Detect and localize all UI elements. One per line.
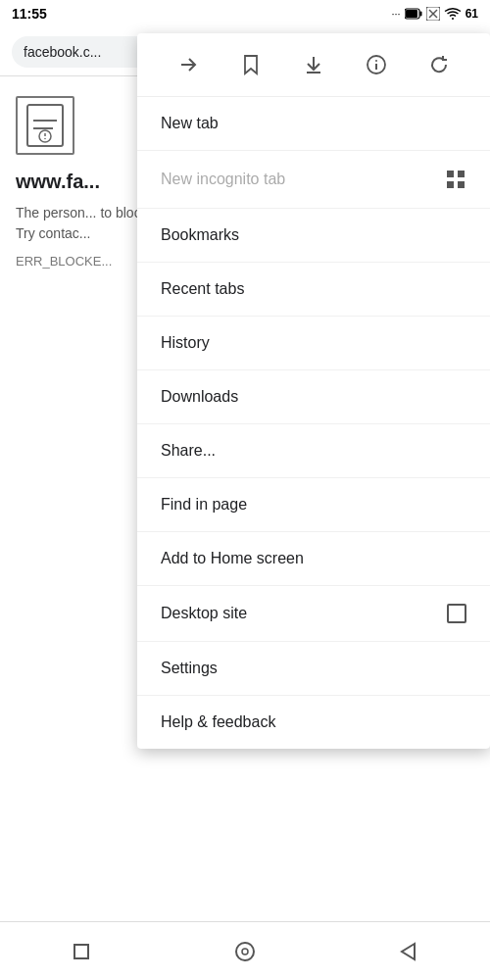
bookmark-button[interactable] <box>233 47 269 82</box>
menu-items-container: New tabNew incognito tab BookmarksRecent… <box>137 97 490 749</box>
refresh-button[interactable] <box>421 47 457 82</box>
download-button[interactable] <box>296 47 331 82</box>
menu-item-find-in-page[interactable]: Find in page <box>137 478 490 532</box>
dropdown-menu: New tabNew incognito tab BookmarksRecent… <box>137 33 490 749</box>
svg-rect-19 <box>447 171 454 177</box>
menu-item-label-new-incognito-tab: New incognito tab <box>161 171 285 188</box>
svg-rect-21 <box>447 181 454 188</box>
menu-item-bookmarks[interactable]: Bookmarks <box>137 209 490 263</box>
menu-toolbar <box>137 33 490 97</box>
svg-rect-20 <box>458 171 465 177</box>
menu-item-label-history: History <box>161 334 210 352</box>
menu-item-label-settings: Settings <box>161 660 218 677</box>
svg-rect-22 <box>458 181 465 188</box>
menu-item-label-add-to-home-screen: Add to Home screen <box>161 550 304 567</box>
menu-item-label-downloads: Downloads <box>161 388 238 406</box>
menu-item-recent-tabs[interactable]: Recent tabs <box>137 263 490 317</box>
menu-item-label-share: Share... <box>161 442 216 460</box>
menu-item-label-new-tab: New tab <box>161 115 219 132</box>
menu-item-label-help-feedback: Help & feedback <box>161 713 275 731</box>
menu-item-share[interactable]: Share... <box>137 424 490 478</box>
svg-marker-13 <box>245 56 257 74</box>
menu-item-help-feedback[interactable]: Help & feedback <box>137 696 490 749</box>
menu-item-settings[interactable]: Settings <box>137 642 490 696</box>
info-button[interactable] <box>359 47 394 82</box>
desktop-site-checkbox[interactable] <box>447 604 466 623</box>
menu-item-history[interactable]: History <box>137 317 490 370</box>
menu-item-add-to-home-screen[interactable]: Add to Home screen <box>137 532 490 586</box>
grid-icon <box>445 169 466 190</box>
forward-button[interactable] <box>171 47 206 82</box>
menu-item-new-incognito-tab[interactable]: New incognito tab <box>137 151 490 209</box>
menu-item-label-bookmarks: Bookmarks <box>161 226 239 244</box>
menu-item-downloads[interactable]: Downloads <box>137 370 490 424</box>
menu-item-label-find-in-page: Find in page <box>161 496 247 514</box>
menu-item-desktop-site[interactable]: Desktop site <box>137 586 490 642</box>
menu-item-label-desktop-site: Desktop site <box>161 605 247 622</box>
dropdown-overlay[interactable]: New tabNew incognito tab BookmarksRecent… <box>0 0 490 980</box>
menu-item-label-recent-tabs: Recent tabs <box>161 280 244 298</box>
svg-point-18 <box>375 60 377 62</box>
menu-item-new-tab[interactable]: New tab <box>137 97 490 151</box>
